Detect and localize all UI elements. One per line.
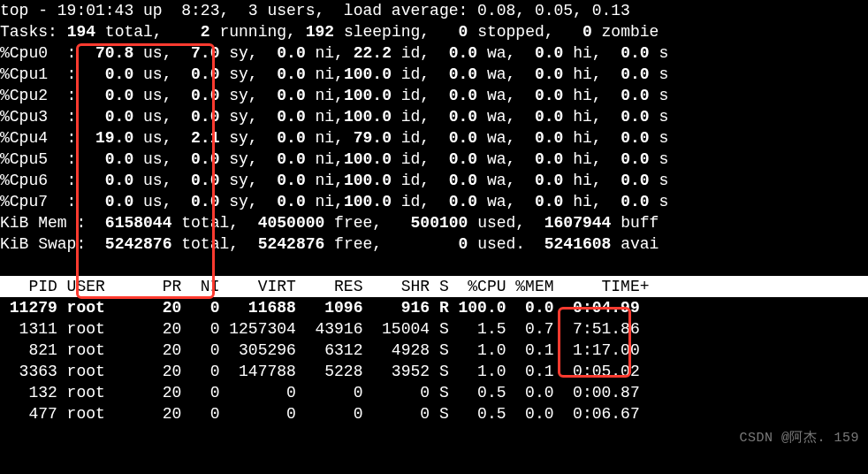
t: sy,: [219, 150, 257, 168]
t: wa,: [477, 193, 515, 210]
mem-label: KiB Mem :: [0, 214, 95, 232]
t: us,: [133, 87, 171, 104]
cpu-si: 0.0: [602, 193, 650, 210]
t: wa,: [477, 150, 515, 168]
cpu-id: 100.0: [344, 108, 392, 126]
t: id,: [392, 44, 430, 62]
cpu-ni: 0.0: [258, 65, 306, 83]
cpu-row-3: %Cpu3 : 0.0 us, 0.0 sy, 0.0 ni,100.0 id,…: [0, 106, 868, 127]
t: hi,: [563, 87, 601, 104]
cpu-label: %Cpu2 :: [0, 87, 86, 104]
cpu-id: 100.0: [344, 87, 392, 104]
swap-row: KiB Swap: 5242876 total, 5242876 free, 0…: [0, 233, 868, 255]
swap-label: KiB Swap:: [0, 235, 95, 253]
cpu-label: %Cpu5 :: [0, 150, 86, 168]
t: us,: [133, 193, 171, 210]
process-row-0: 11279 root 20 0 11688 1096 916 R 100.0 0…: [0, 297, 868, 318]
cpu-ni: 0.0: [258, 172, 306, 189]
t: sy,: [219, 193, 257, 210]
t: us,: [133, 150, 171, 168]
cpu-us: 0.0: [86, 150, 133, 168]
cpu-label: %Cpu7 :: [0, 193, 86, 210]
cpu-sy: 0.0: [171, 87, 219, 104]
cpu-ni: 0.0: [258, 129, 306, 147]
t: ni,: [306, 172, 344, 189]
cpu-si: 0.0: [602, 87, 650, 104]
cpu-ni: 0.0: [258, 87, 306, 104]
t: hi,: [563, 172, 601, 189]
cpu-si: 0.0: [602, 172, 650, 189]
t: hi,: [563, 129, 601, 147]
t: us,: [133, 172, 171, 189]
tasks-running: 2: [181, 23, 209, 41]
t: ni,: [306, 150, 344, 168]
t: running,: [210, 23, 306, 41]
t: avai: [611, 235, 659, 253]
t: sy,: [219, 65, 257, 83]
cpu-row-5: %Cpu5 : 0.0 us, 0.0 sy, 0.0 ni,100.0 id,…: [0, 149, 868, 170]
cpu-us: 0.0: [86, 108, 133, 126]
t: free,: [324, 235, 392, 253]
cpu-id: 100.0: [344, 172, 392, 189]
t: total,: [171, 235, 247, 253]
uptime-line: top - 19:01:43 up 8:23, 3 users, load av…: [0, 2, 630, 19]
process-row-1: 1311 root 20 0 1257304 43916 15004 S 1.5…: [0, 318, 868, 340]
cpu-sy: 0.0: [171, 108, 219, 126]
swap-used: 0: [392, 235, 468, 253]
t: s: [650, 129, 669, 147]
cpu-si: 0.0: [602, 108, 650, 126]
mem-free: 4050000: [248, 214, 324, 232]
t: sy,: [219, 108, 257, 126]
cpu-wa: 0.0: [430, 129, 477, 147]
t: sleeping,: [334, 23, 449, 41]
swap-free: 5242876: [248, 235, 324, 253]
t: s: [650, 87, 669, 104]
cpu-id: 100.0: [344, 150, 392, 168]
t: zombie: [592, 23, 659, 41]
mem-total: 6158044: [95, 214, 171, 232]
proc: 132 root 20 0 0 0 0 S 0.5 0.0 0:00.87: [0, 384, 640, 401]
cpu-hi: 0.0: [515, 65, 563, 83]
mem-used: 500100: [392, 214, 468, 232]
t: wa,: [477, 44, 515, 62]
cpu-si: 0.0: [602, 129, 650, 147]
cpu-si: 0.0: [602, 65, 650, 83]
t: s: [650, 65, 669, 83]
t: wa,: [477, 172, 515, 189]
cpu-hi: 0.0: [515, 129, 563, 147]
t: s: [650, 172, 669, 189]
t: us,: [133, 129, 171, 147]
process-row-2: 821 root 20 0 305296 6312 4928 S 1.0 0.1…: [0, 340, 868, 361]
cpu-sy: 0.0: [171, 65, 219, 83]
t: hi,: [563, 108, 601, 126]
t: hi,: [563, 65, 601, 83]
summary-line-1: top - 19:01:43 up 8:23, 3 users, load av…: [0, 0, 868, 21]
proc: 821 root 20 0 305296 6312 4928 S 1.0 0.1…: [0, 341, 640, 359]
watermark: CSDN @阿杰. 159: [739, 428, 859, 449]
cpu-sy: 7.0: [171, 44, 219, 62]
cpu-id: 79.0: [344, 129, 392, 147]
tasks-stopped: 0: [449, 23, 468, 41]
t: free,: [324, 214, 392, 232]
t: hi,: [563, 150, 601, 168]
t: wa,: [477, 65, 515, 83]
cpu-ni: 0.0: [258, 108, 306, 126]
t: ni,: [306, 44, 344, 62]
cpu-sy: 0.0: [171, 193, 219, 210]
t: used.: [468, 235, 535, 253]
t: id,: [392, 150, 430, 168]
tasks-label: Tasks:: [0, 23, 67, 41]
cpu-hi: 0.0: [515, 172, 563, 189]
cpu-hi: 0.0: [515, 108, 563, 126]
t: s: [650, 150, 669, 168]
cpu-label: %Cpu1 :: [0, 65, 86, 83]
cpu-sy: 0.0: [171, 150, 219, 168]
top-terminal: top - 19:01:43 up 8:23, 3 users, load av…: [0, 0, 868, 424]
swap-avail: 5241608: [535, 235, 611, 253]
cpu-label: %Cpu4 :: [0, 129, 86, 147]
cpu-row-7: %Cpu7 : 0.0 us, 0.0 sy, 0.0 ni,100.0 id,…: [0, 191, 868, 212]
cpu-us: 0.0: [86, 193, 133, 210]
cpu-wa: 0.0: [430, 108, 477, 126]
cpu-sy: 0.0: [171, 172, 219, 189]
proc: 3363 root 20 0 147788 5228 3952 S 1.0 0.…: [0, 363, 640, 380]
